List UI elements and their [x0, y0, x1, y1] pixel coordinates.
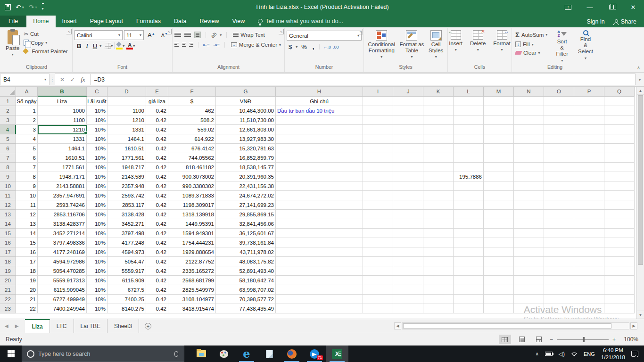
cell-I10[interactable] [363, 181, 393, 191]
cell-B17[interactable]: 4177.248169 [38, 247, 87, 257]
cell-O23[interactable] [544, 304, 574, 313]
cell-H23[interactable] [276, 304, 363, 313]
row-header-12[interactable]: 12 [0, 200, 16, 210]
row-header-4[interactable]: 4 [0, 125, 16, 134]
cell-E9[interactable]: 0.42 [146, 172, 168, 181]
cell-P6[interactable] [574, 144, 604, 153]
row-header-7[interactable]: 7 [0, 153, 16, 163]
speaker-icon[interactable]: ◁) [559, 351, 565, 357]
cell-Q6[interactable] [604, 144, 635, 153]
cell-K7[interactable] [423, 153, 454, 163]
cell-N1[interactable] [514, 97, 544, 106]
cell-M15[interactable] [484, 229, 514, 238]
cell-E16[interactable]: 0.42 [146, 238, 168, 247]
insert-function-icon[interactable]: fx [81, 76, 85, 83]
cell-L3[interactable] [454, 115, 484, 125]
name-box[interactable]: B4▾ [0, 74, 50, 85]
cell-N6[interactable] [514, 144, 544, 153]
cell-J18[interactable] [393, 257, 423, 266]
cell-G14[interactable]: 32,841,456.06 [216, 219, 276, 229]
minimize-button[interactable]: — [579, 0, 601, 14]
expand-formula-bar-icon[interactable]: ▾ [636, 73, 644, 86]
cell-D5[interactable]: 1464.1 [107, 134, 146, 144]
enter-formula-icon[interactable]: ✓ [70, 76, 75, 83]
cell-J12[interactable] [393, 200, 423, 210]
sort-filter-button[interactable]: AZ Sort & Filter▾ [552, 29, 572, 64]
cell-H5[interactable] [276, 134, 363, 144]
cell-Q21[interactable] [604, 285, 635, 295]
cell-F13[interactable]: 1318.139918 [168, 210, 216, 219]
cell-F22[interactable]: 3108.104977 [168, 295, 216, 304]
cell-A8[interactable]: 7 [16, 163, 38, 172]
number-dialog-launcher[interactable] [358, 29, 363, 34]
cell-P3[interactable] [574, 115, 604, 125]
cell-K13[interactable] [423, 210, 454, 219]
cell-O3[interactable] [544, 115, 574, 125]
cell-H15[interactable] [276, 229, 363, 238]
cell-A4[interactable]: 3 [16, 125, 38, 134]
cell-O2[interactable] [544, 106, 574, 115]
cell-L11[interactable] [454, 191, 484, 200]
cell-E19[interactable]: 0.42 [146, 266, 168, 276]
vertical-scroll-thumb[interactable] [638, 95, 643, 265]
cell-M14[interactable] [484, 219, 514, 229]
clipboard-dialog-launcher[interactable] [66, 29, 72, 34]
taskbar-edge[interactable]: e [235, 346, 258, 362]
cell-A9[interactable]: 8 [16, 172, 38, 181]
undo-button[interactable]: ↶▾ [16, 3, 24, 11]
cell-C3[interactable]: 10% [87, 115, 107, 125]
format-painter-button[interactable]: Format Painter [22, 47, 69, 55]
cell-E22[interactable]: 0.42 [146, 295, 168, 304]
cell-L18[interactable] [454, 257, 484, 266]
cell-D2[interactable]: 1100 [107, 106, 146, 115]
cell-M4[interactable] [484, 125, 514, 134]
cell-M6[interactable] [484, 144, 514, 153]
redo-button[interactable]: ↷▾ [29, 3, 37, 11]
cell-O4[interactable] [544, 125, 574, 134]
cell-H19[interactable] [276, 266, 363, 276]
cell-F23[interactable]: 3418.915474 [168, 304, 216, 313]
tray-expand-icon[interactable]: ∧ [535, 351, 538, 356]
cell-Q3[interactable] [604, 115, 635, 125]
column-header-K[interactable]: K [423, 87, 454, 97]
cell-O17[interactable] [544, 247, 574, 257]
cell-C20[interactable]: 10% [87, 276, 107, 285]
cell-J8[interactable] [393, 163, 423, 172]
cell-O21[interactable] [544, 285, 574, 295]
cell-B5[interactable]: 1331 [38, 134, 87, 144]
cell-I21[interactable] [363, 285, 393, 295]
cell-H20[interactable] [276, 276, 363, 285]
autosum-button[interactable]: ΣAutoSum▾ [514, 30, 549, 40]
cell-D14[interactable]: 3452.271 [107, 219, 146, 229]
cut-button[interactable]: ✂Cut [22, 30, 69, 38]
borders-button[interactable] [105, 43, 111, 49]
taskbar-search-box[interactable]: Type here to search [22, 346, 184, 362]
cell-K22[interactable] [423, 295, 454, 304]
cell-N7[interactable] [514, 153, 544, 163]
cell-E21[interactable]: 0.42 [146, 285, 168, 295]
cell-H6[interactable] [276, 144, 363, 153]
format-cells-button[interactable]: ↔ Format▾ [490, 29, 513, 53]
cell-C22[interactable]: 10% [87, 295, 107, 304]
cell-F7[interactable]: 744.05562 [168, 153, 216, 163]
cell-A2[interactable]: 1 [16, 106, 38, 115]
cell-G17[interactable]: 43,711,978.02 [216, 247, 276, 257]
cell-C21[interactable]: 10% [87, 285, 107, 295]
cell-J14[interactable] [393, 219, 423, 229]
cell-L22[interactable] [454, 295, 484, 304]
cell-E11[interactable]: 0.42 [146, 191, 168, 200]
cell-A18[interactable]: 17 [16, 257, 38, 266]
cell-O16[interactable] [544, 238, 574, 247]
cell-O12[interactable] [544, 200, 574, 210]
cell-O7[interactable] [544, 153, 574, 163]
cell-M17[interactable] [484, 247, 514, 257]
cell-N13[interactable] [514, 210, 544, 219]
cell-D19[interactable]: 5559.917 [107, 266, 146, 276]
cell-P19[interactable] [574, 266, 604, 276]
cell-P16[interactable] [574, 238, 604, 247]
cell-K20[interactable] [423, 276, 454, 285]
cell-M16[interactable] [484, 238, 514, 247]
cell-N11[interactable] [514, 191, 544, 200]
cell-K6[interactable] [423, 144, 454, 153]
cell-M1[interactable] [484, 97, 514, 106]
